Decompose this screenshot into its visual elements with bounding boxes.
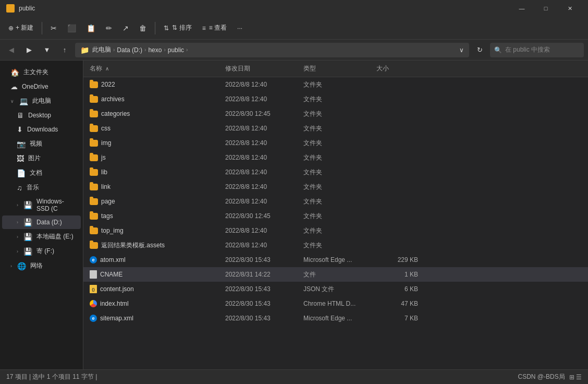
- table-row[interactable]: css 2022/8/8 12:40 文件夹: [83, 121, 588, 136]
- sidebar-item-home[interactable]: 🏠主文件夹: [2, 65, 81, 79]
- file-name-cell: CNAME: [90, 270, 225, 279]
- col-header-name[interactable]: 名称 ∧: [90, 64, 225, 73]
- path-arrow-1: ›: [113, 47, 115, 53]
- refresh-button[interactable]: ↻: [472, 43, 487, 57]
- folder-icon: [90, 81, 98, 88]
- delete-button[interactable]: 🗑: [135, 22, 151, 34]
- file-name-cell: categories: [90, 110, 225, 117]
- cut-button[interactable]: ✂: [46, 22, 61, 34]
- toolbar: ⊕ + 新建 ✂ ⬛ 📋 ✏ ↗ 🗑 ⇅ ⇅ 排序 ≡ ≡ 查看 ···: [0, 17, 588, 40]
- minimize-button[interactable]: —: [510, 0, 534, 17]
- sidebar-item-pictures[interactable]: 🖼图片: [2, 151, 81, 165]
- table-row[interactable]: categories 2022/8/30 12:45 文件夹: [83, 106, 588, 121]
- file-type: 文件夹: [303, 183, 376, 191]
- address-path[interactable]: 📁 此电脑 › Data (D:) › hexo › public › ∨: [75, 43, 469, 57]
- table-row[interactable]: top_img 2022/8/8 12:40 文件夹: [83, 223, 588, 238]
- table-row[interactable]: js 2022/8/8 12:40 文件夹: [83, 150, 588, 165]
- file-modified: 2022/8/8 12:40: [225, 81, 303, 88]
- expand-arrow: ›: [17, 249, 18, 254]
- up-button[interactable]: ▼: [40, 43, 54, 57]
- table-row[interactable]: CNAME 2022/8/31 14:22 文件 1 KB: [83, 267, 588, 282]
- file-modified: 2022/8/30 12:45: [225, 212, 303, 220]
- sidebar-label-documents: 文档: [30, 169, 42, 177]
- maximize-button[interactable]: □: [534, 0, 558, 17]
- sidebar-item-network[interactable]: ›🌐网络: [2, 259, 81, 273]
- search-box[interactable]: 🔍 在 public 中搜索: [490, 43, 584, 57]
- sort-button[interactable]: ⇅ ⇅ 排序: [160, 21, 195, 34]
- toolbar-separator-1: [42, 22, 42, 34]
- sidebar-item-thispc[interactable]: ∨💻此电脑: [2, 94, 81, 108]
- table-row[interactable]: tags 2022/8/30 12:45 文件夹: [83, 209, 588, 223]
- close-button[interactable]: ✕: [558, 0, 582, 17]
- sidebar-icon-documents: 📄: [17, 169, 26, 177]
- table-row[interactable]: e sitemap.xml 2022/8/30 15:43 Microsoft …: [83, 311, 588, 326]
- sidebar-item-drive-f[interactable]: ›💾寄 (F:): [2, 244, 81, 258]
- path-hexo[interactable]: hexo: [148, 46, 162, 54]
- rename-icon: ✏: [106, 24, 112, 32]
- new-button[interactable]: ⊕ + 新建: [4, 21, 38, 34]
- table-row[interactable]: page 2022/8/8 12:40 文件夹: [83, 194, 588, 209]
- view-button[interactable]: ≡ ≡ 查看: [198, 21, 231, 34]
- title-bar-left: public: [6, 4, 35, 13]
- file-type: 文件夹: [303, 241, 376, 250]
- sidebar-item-videos[interactable]: 📷视频: [2, 137, 81, 151]
- file-type: 文件夹: [303, 212, 376, 221]
- file-modified: 2022/8/8 12:40: [225, 198, 303, 205]
- table-row[interactable]: 2022 2022/8/8 12:40 文件夹: [83, 77, 588, 92]
- sidebar-item-windows-ssd[interactable]: ›💾Windows-SSD (C: [2, 195, 81, 215]
- sidebar-item-documents[interactable]: 📄文档: [2, 166, 81, 180]
- file-name-cell: 返回结果类模板.assets: [90, 241, 225, 250]
- file-name: js: [101, 154, 106, 161]
- file-name: sitemap.xml: [100, 315, 133, 322]
- table-row[interactable]: index.html 2022/8/30 15:43 Chrome HTML D…: [83, 296, 588, 311]
- back-button[interactable]: ◀: [4, 43, 19, 57]
- sidebar-item-music[interactable]: ♫音乐: [2, 181, 81, 195]
- table-row[interactable]: {} content.json 2022/8/30 15:43 JSON 文件 …: [83, 282, 588, 296]
- file-type: 文件: [303, 270, 376, 279]
- sidebar-item-local-e[interactable]: ›💾本地磁盘 (E:): [2, 230, 81, 244]
- file-modified: 2022/8/8 12:40: [225, 139, 303, 147]
- sidebar-icon-data-d: 💾: [23, 218, 32, 226]
- forward-button[interactable]: ▶: [22, 43, 36, 57]
- table-row[interactable]: archives 2022/8/8 12:40 文件夹: [83, 92, 588, 106]
- sidebar-icon-thispc: 💻: [19, 97, 28, 105]
- file-name: CNAME: [100, 271, 123, 278]
- folder-icon: [90, 227, 98, 234]
- rename-button[interactable]: ✏: [102, 22, 116, 34]
- file-name-cell: 2022: [90, 81, 225, 88]
- copy-button[interactable]: ⬛: [63, 22, 80, 34]
- file-name: 返回结果类模板.assets: [101, 241, 165, 250]
- folder-icon: [90, 213, 98, 220]
- sidebar-icon-desktop: 🖥: [17, 111, 24, 119]
- sidebar-item-data-d[interactable]: ›💾Data (D:): [2, 215, 81, 229]
- share-button[interactable]: ↗: [118, 22, 133, 34]
- sidebar-item-onedrive[interactable]: ☁OneDrive: [2, 80, 81, 93]
- table-row[interactable]: e atom.xml 2022/8/30 15:43 Microsoft Edg…: [83, 253, 588, 267]
- parent-button[interactable]: ↑: [57, 43, 72, 57]
- sidebar-label-videos: 视频: [30, 139, 42, 148]
- path-data[interactable]: Data (D:): [117, 46, 142, 54]
- file-modified: 2022/8/30 12:45: [225, 110, 303, 117]
- table-row[interactable]: lib 2022/8/8 12:40 文件夹: [83, 165, 588, 179]
- table-row[interactable]: img 2022/8/8 12:40 文件夹: [83, 136, 588, 150]
- sidebar-item-downloads[interactable]: ⬇Downloads: [2, 123, 81, 136]
- sidebar-label-data-d: Data (D:): [36, 219, 62, 226]
- more-button[interactable]: ···: [233, 22, 247, 34]
- table-row[interactable]: 返回结果类模板.assets 2022/8/8 12:40 文件夹: [83, 238, 588, 253]
- file-size: 6 KB: [376, 285, 418, 293]
- path-dropdown[interactable]: ∨: [459, 46, 464, 54]
- sidebar-item-desktop[interactable]: 🖥Desktop: [2, 109, 81, 122]
- path-thispc[interactable]: 此电脑: [92, 45, 111, 54]
- table-row[interactable]: link 2022/8/8 12:40 文件夹: [83, 179, 588, 194]
- sidebar-icon-drive-f: 💾: [23, 247, 32, 256]
- sidebar-icon-home: 🏠: [10, 68, 19, 77]
- paste-button[interactable]: 📋: [82, 22, 100, 34]
- folder-icon: [90, 96, 98, 103]
- file-modified: 2022/8/8 12:40: [225, 125, 303, 132]
- expand-arrow: ›: [10, 263, 12, 269]
- status-info: 17 项目 | 选中 1 个项目 11 字节 |: [6, 373, 97, 381]
- expand-arrow: ›: [17, 220, 18, 225]
- paste-icon: 📋: [87, 24, 95, 32]
- share-icon: ↗: [123, 24, 129, 32]
- path-public[interactable]: public: [168, 46, 184, 54]
